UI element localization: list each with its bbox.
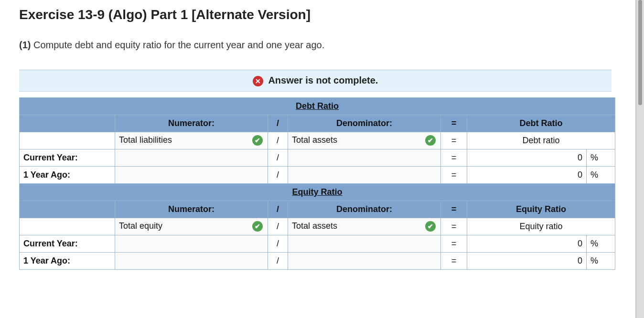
slash-symbol: /	[268, 201, 288, 218]
percent-symbol: %	[587, 235, 615, 252]
check-icon: ✔	[425, 135, 436, 146]
debt-result-label: Debt Ratio	[467, 115, 615, 132]
slash-symbol: /	[268, 115, 288, 132]
instruction: (1) Compute debt and equity ratio for th…	[19, 40, 612, 51]
equity-py-numerator[interactable]	[115, 252, 268, 269]
equity-result-label: Equity Ratio	[467, 201, 615, 218]
equity-current-year-label: Current Year:	[20, 235, 115, 252]
equity-numerator-input[interactable]: Total equity ✔	[115, 218, 268, 235]
percent-symbol: %	[587, 166, 615, 183]
equity-denominator-input[interactable]: Total assets ✔	[288, 218, 441, 235]
equals-symbol: =	[441, 201, 467, 218]
page-title: Exercise 13-9 (Algo) Part 1 [Alternate V…	[19, 7, 612, 22]
debt-result-text: Debt ratio	[467, 132, 615, 149]
equity-cy-value[interactable]: 0	[467, 235, 587, 252]
table-row: 1 Year Ago: / = 0 %	[20, 166, 615, 183]
debt-cy-value[interactable]: 0	[467, 149, 587, 166]
status-text: Answer is not complete.	[268, 75, 378, 85]
equity-header-text: Equity Ratio	[20, 183, 615, 201]
debt-denominator-input[interactable]: Total assets ✔	[288, 132, 441, 149]
check-icon: ✔	[425, 221, 436, 232]
debt-py-value[interactable]: 0	[467, 166, 587, 183]
debt-denominator-label: Denominator:	[288, 115, 441, 132]
debt-numerator-input[interactable]: Total liabilities ✔	[115, 132, 268, 149]
equity-section-header: Equity Ratio	[20, 183, 615, 201]
equity-result-text: Equity ratio	[467, 218, 615, 235]
equity-numerator-label: Numerator:	[115, 201, 268, 218]
debt-subheader: Numerator: / Denominator: = Debt Ratio	[20, 115, 615, 132]
debt-cy-numerator[interactable]	[115, 149, 268, 166]
percent-symbol: %	[587, 149, 615, 166]
check-icon: ✔	[252, 135, 263, 146]
debt-prior-year-label: 1 Year Ago:	[20, 166, 115, 183]
equity-subheader: Numerator: / Denominator: = Equity Ratio	[20, 201, 615, 218]
equity-py-denominator[interactable]	[288, 252, 441, 269]
scrollbar[interactable]	[635, 0, 644, 318]
equity-denominator-label: Denominator:	[288, 201, 441, 218]
percent-symbol: %	[587, 252, 615, 269]
equity-prior-year-label: 1 Year Ago:	[20, 252, 115, 269]
table-row: 1 Year Ago: / = 0 %	[20, 252, 615, 269]
debt-current-year-label: Current Year:	[20, 149, 115, 166]
equity-cy-denominator[interactable]	[288, 235, 441, 252]
equity-formula-row: Total equity ✔ / Total assets ✔ = Equity…	[20, 218, 615, 235]
equity-cy-numerator[interactable]	[115, 235, 268, 252]
table-row: Current Year: / = 0 %	[20, 235, 615, 252]
status-banner: ✕ Answer is not complete.	[19, 70, 612, 92]
debt-py-numerator[interactable]	[115, 166, 268, 183]
instruction-number: (1)	[19, 40, 31, 50]
debt-header-text: Debt Ratio	[20, 97, 615, 115]
debt-numerator-label: Numerator:	[115, 115, 268, 132]
debt-section-header: Debt Ratio	[20, 97, 615, 115]
check-icon: ✔	[252, 221, 263, 232]
equity-py-value[interactable]: 0	[467, 252, 587, 269]
error-icon: ✕	[253, 76, 263, 86]
equals-symbol: =	[441, 115, 467, 132]
table-row: Current Year: / = 0 %	[20, 149, 615, 166]
debt-formula-row: Total liabilities ✔ / Total assets ✔ = D…	[20, 132, 615, 149]
ratio-table: Debt Ratio Numerator: / Denominator: = D…	[19, 97, 615, 270]
page-content: Exercise 13-9 (Algo) Part 1 [Alternate V…	[0, 0, 631, 318]
debt-py-denominator[interactable]	[288, 166, 441, 183]
debt-cy-denominator[interactable]	[288, 149, 441, 166]
instruction-text: Compute debt and equity ratio for the cu…	[33, 40, 324, 50]
